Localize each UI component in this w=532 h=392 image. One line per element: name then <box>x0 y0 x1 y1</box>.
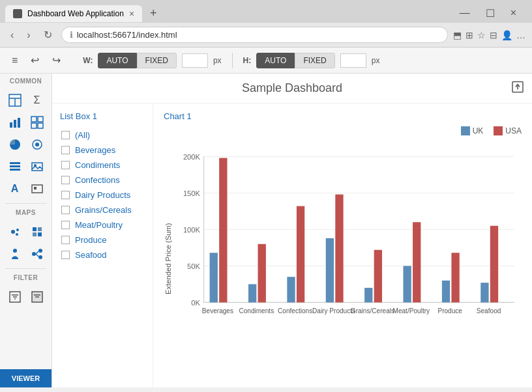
list-item-seafood[interactable]: Seafood <box>60 247 145 262</box>
new-tab-btn[interactable]: + <box>145 4 162 23</box>
list-item-produce[interactable]: Produce <box>60 232 145 247</box>
list-panel-title: List Box 1 <box>60 111 145 121</box>
active-tab[interactable]: Dashboard Web Application × <box>5 5 142 22</box>
list-panel: List Box 1 (All) Beverages Condiments Co… <box>52 104 153 387</box>
checkbox-dairy[interactable] <box>61 191 70 199</box>
more-icon[interactable]: … <box>516 30 525 40</box>
redo-btn[interactable]: ↪ <box>48 51 65 69</box>
height-input[interactable] <box>340 53 366 68</box>
back-btn[interactable]: ‹ <box>7 28 18 42</box>
uk-label: UK <box>473 126 484 135</box>
map-dot-icon[interactable] <box>5 221 25 242</box>
list-item-confections[interactable]: Confections <box>60 173 145 188</box>
checkbox-seafood[interactable] <box>61 251 70 259</box>
svg-text:50K: 50K <box>187 262 200 270</box>
window-maximize-btn[interactable]: ☐ <box>480 7 500 20</box>
url-box[interactable]: ℹ localhost:56671/index.html <box>61 27 448 43</box>
svg-rect-15 <box>32 163 42 171</box>
checkbox-produce[interactable] <box>61 236 70 244</box>
menu-btn[interactable]: ≡ <box>8 52 22 69</box>
px-label: px <box>213 56 222 65</box>
refresh-btn[interactable]: ↻ <box>40 27 56 42</box>
svg-text:150K: 150K <box>183 189 201 197</box>
cast-icon[interactable]: ⬒ <box>453 30 462 40</box>
window-controls: — ☐ × <box>454 7 527 20</box>
filter2-icon[interactable] <box>27 287 48 307</box>
list-label-beverages: Beverages <box>75 145 115 155</box>
list-item-dairy[interactable]: Dairy Products <box>60 188 145 203</box>
height-fixed-btn[interactable]: FIXED <box>295 53 334 68</box>
list-item-all[interactable]: (All) <box>60 128 145 143</box>
share-btn[interactable] <box>511 80 524 96</box>
list-label-seafood: Seafood <box>75 250 106 260</box>
list-item-condiments[interactable]: Condiments <box>60 158 145 173</box>
checkbox-all[interactable] <box>61 131 70 139</box>
svg-rect-24 <box>33 232 37 236</box>
list-item-beverages[interactable]: Beverages <box>60 143 145 158</box>
forward-btn[interactable]: › <box>23 28 34 42</box>
filter-icon[interactable] <box>5 287 25 307</box>
list-label-produce: Produce <box>75 235 106 245</box>
bar-confections-uk <box>287 277 295 302</box>
width-input[interactable] <box>182 53 208 68</box>
image-icon[interactable] <box>27 156 48 177</box>
grid-icon[interactable] <box>27 112 48 133</box>
settings-icon[interactable] <box>27 134 48 155</box>
svg-rect-9 <box>38 123 43 128</box>
apps-icon[interactable]: ⊞ <box>466 30 473 40</box>
list-view-icon[interactable] <box>5 156 25 177</box>
filter-section-label: FILTER <box>0 270 52 284</box>
checkbox-condiments[interactable] <box>61 161 70 169</box>
account-icon[interactable]: 👤 <box>501 30 512 40</box>
list-item-meat[interactable]: Meat/Poultry <box>60 217 145 232</box>
svg-point-21 <box>16 233 18 236</box>
px-label2: px <box>372 56 380 65</box>
sigma-icon[interactable]: Σ <box>27 90 48 111</box>
table-icon[interactable] <box>5 90 25 111</box>
svg-rect-4 <box>14 120 16 128</box>
svg-text:100K: 100K <box>183 226 201 234</box>
width-fixed-btn[interactable]: FIXED <box>137 53 177 68</box>
toolbar-separator <box>232 53 233 68</box>
svg-text:Condiments: Condiments <box>239 307 274 315</box>
checkbox-beverages[interactable] <box>61 146 70 154</box>
height-auto-btn[interactable]: AUTO <box>256 53 295 68</box>
map-connect-icon[interactable] <box>27 244 48 264</box>
svg-rect-14 <box>10 169 20 171</box>
content-area: Sample Dashboard List Box 1 (All) Bevera… <box>52 74 532 387</box>
bar-dairy-uk <box>326 238 334 303</box>
bookmark-icon[interactable]: ⊟ <box>490 30 497 40</box>
window-minimize-btn[interactable]: — <box>454 7 475 20</box>
checkbox-grains[interactable] <box>61 206 70 214</box>
photo-icon[interactable] <box>27 178 48 199</box>
tab-close-btn[interactable]: × <box>129 8 134 19</box>
list-item-grains[interactable]: Grains/Cereals <box>60 203 145 217</box>
map-person-icon[interactable] <box>5 244 25 264</box>
svg-line-30 <box>36 251 38 254</box>
bar-seafood-usa <box>490 226 498 303</box>
viewer-btn[interactable]: VIEWER <box>0 369 52 387</box>
common-section-label: COMMON <box>0 74 52 87</box>
bar-meat-uk <box>403 266 411 302</box>
undo-btn[interactable]: ↩ <box>27 51 43 69</box>
bar-chart-icon[interactable] <box>5 112 25 133</box>
window-close-btn[interactable]: × <box>505 7 522 20</box>
pie-chart-icon[interactable] <box>5 134 25 155</box>
usa-color-swatch <box>494 126 503 135</box>
checkbox-confections[interactable] <box>61 176 70 184</box>
width-toggle: AUTO FIXED <box>98 53 176 68</box>
svg-rect-5 <box>18 118 20 128</box>
svg-text:Dairy Products: Dairy Products <box>312 307 355 315</box>
svg-text:Extended Price (Sum): Extended Price (Sum) <box>164 223 172 294</box>
svg-point-28 <box>38 249 42 253</box>
svg-rect-22 <box>33 227 37 231</box>
map-layer-icon[interactable] <box>27 221 48 242</box>
star-icon[interactable]: ☆ <box>477 30 486 40</box>
uk-color-swatch <box>461 126 470 135</box>
maps-section-label: MAPS <box>0 205 52 219</box>
h-label: H: <box>243 56 252 65</box>
text-icon[interactable]: A <box>5 178 25 199</box>
bar-meat-usa <box>413 222 421 302</box>
width-auto-btn[interactable]: AUTO <box>98 53 136 68</box>
checkbox-meat[interactable] <box>61 221 70 229</box>
